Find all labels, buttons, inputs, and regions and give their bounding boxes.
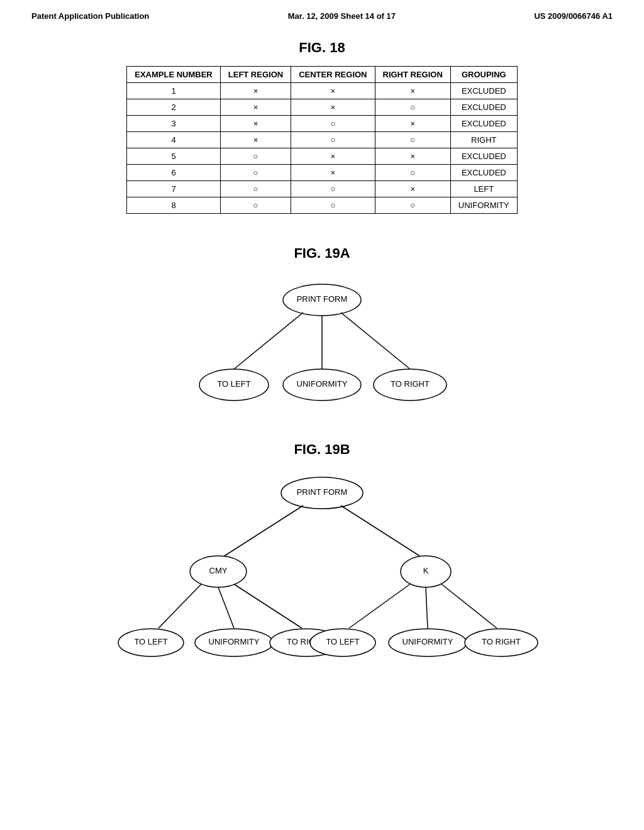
fig19b-diagram: PRINT FORM CMY K TO LEFT UNIFORMITY TO R… — [102, 468, 542, 669]
table-cell: × — [375, 83, 450, 99]
table-cell: RIGHT — [450, 132, 517, 148]
fig18-title: FIG. 18 — [38, 40, 606, 56]
node-b-k-label: K — [423, 566, 429, 575]
table-cell: × — [291, 165, 375, 181]
fig18-section: FIG. 18 EXAMPLE NUMBER LEFT REGION CENTE… — [38, 40, 606, 214]
table-cell: × — [220, 116, 291, 132]
table-row: 2××○EXCLUDED — [127, 99, 517, 116]
table-cell: × — [375, 148, 450, 165]
table-cell: × — [375, 181, 450, 197]
table-row: 7○○×LEFT — [127, 181, 517, 197]
table-row: 1×××EXCLUDED — [127, 83, 517, 99]
header-left: Patent Application Publication — [31, 11, 149, 21]
line-b-cmy-toleft — [158, 584, 201, 628]
table-cell: ○ — [220, 165, 291, 181]
node-print-form-label: PRINT FORM — [297, 294, 348, 304]
table-cell: EXCLUDED — [450, 99, 517, 116]
node-b-cmy-label: CMY — [209, 566, 228, 575]
table-cell: 8 — [127, 197, 221, 214]
page-header: Patent Application Publication Mar. 12, … — [0, 0, 644, 27]
col-right-region: RIGHT REGION — [375, 67, 450, 83]
table-row: 5○××EXCLUDED — [127, 148, 517, 165]
table-cell: 2 — [127, 99, 221, 116]
table-cell: LEFT — [450, 181, 517, 197]
node-to-left-label: TO LEFT — [217, 379, 250, 389]
fig19a-section: FIG. 19A PRINT FORM TO LEFT UNIFORMITY T… — [38, 245, 606, 410]
table-cell: × — [291, 99, 375, 116]
line-root-to-left — [234, 313, 303, 369]
table-cell: EXCLUDED — [450, 83, 517, 99]
table-cell: EXCLUDED — [450, 148, 517, 165]
fig19a-diagram: PRINT FORM TO LEFT UNIFORMITY TO RIGHT — [165, 272, 479, 410]
table-cell: × — [291, 83, 375, 99]
table-cell: 3 — [127, 116, 221, 132]
line-b-cmy-toright — [234, 584, 302, 628]
table-cell: × — [291, 148, 375, 165]
fig19b-title: FIG. 19B — [38, 441, 606, 458]
line-b-k-toright — [441, 584, 497, 628]
node-b-cmy-uniformity-label: UNIFORMITY — [209, 637, 260, 646]
table-cell: EXCLUDED — [450, 165, 517, 181]
col-center-region: CENTER REGION — [291, 67, 375, 83]
table-cell: ○ — [375, 132, 450, 148]
table-row: 4×○○RIGHT — [127, 132, 517, 148]
table-cell: 7 — [127, 181, 221, 197]
node-to-right-label: TO RIGHT — [391, 379, 430, 389]
node-uniformity-label: UNIFORMITY — [297, 379, 348, 389]
line-b-root-k — [341, 506, 419, 556]
fig18-table: EXAMPLE NUMBER LEFT REGION CENTER REGION… — [126, 66, 517, 214]
line-b-root-cmy — [225, 506, 303, 556]
col-example-number: EXAMPLE NUMBER — [127, 67, 221, 83]
line-b-k-uniformity — [426, 587, 428, 628]
table-cell: ○ — [220, 197, 291, 214]
fig19a-title: FIG. 19A — [38, 245, 606, 262]
table-cell: ○ — [291, 197, 375, 214]
node-b-print-form-label: PRINT FORM — [297, 487, 348, 497]
table-cell: UNIFORMITY — [450, 197, 517, 214]
node-b-k-toleft-label: TO LEFT — [326, 637, 359, 646]
table-cell: × — [220, 132, 291, 148]
col-grouping: GROUPING — [450, 67, 517, 83]
line-b-k-toleft — [349, 584, 410, 628]
line-b-cmy-uniformity — [218, 587, 234, 628]
table-cell: ○ — [375, 99, 450, 116]
table-cell: ○ — [291, 181, 375, 197]
node-b-k-uniformity-label: UNIFORMITY — [402, 637, 453, 646]
table-cell: ○ — [291, 116, 375, 132]
table-cell: ○ — [375, 197, 450, 214]
table-cell: ○ — [291, 132, 375, 148]
table-cell: 1 — [127, 83, 221, 99]
node-b-cmy-toleft-label: TO LEFT — [134, 637, 167, 646]
table-cell: ○ — [220, 148, 291, 165]
table-cell: 5 — [127, 148, 221, 165]
line-root-to-right — [341, 313, 410, 369]
table-row: 6○×○EXCLUDED — [127, 165, 517, 181]
table-cell: 6 — [127, 165, 221, 181]
table-row: 3×○×EXCLUDED — [127, 116, 517, 132]
table-header-row: EXAMPLE NUMBER LEFT REGION CENTER REGION… — [127, 67, 517, 83]
table-row: 8○○○UNIFORMITY — [127, 197, 517, 214]
table-cell: × — [220, 99, 291, 116]
table-cell: × — [375, 116, 450, 132]
table-cell: ○ — [375, 165, 450, 181]
header-center: Mar. 12, 2009 Sheet 14 of 17 — [288, 11, 396, 21]
header-right: US 2009/0066746 A1 — [534, 11, 613, 21]
node-b-k-toright-label: TO RIGHT — [482, 637, 521, 646]
table-cell: EXCLUDED — [450, 116, 517, 132]
fig19b-section: FIG. 19B PRINT FORM CMY K TO LEFT UNIFOR… — [38, 441, 606, 669]
table-cell: 4 — [127, 132, 221, 148]
table-cell: × — [220, 83, 291, 99]
table-cell: ○ — [220, 181, 291, 197]
col-left-region: LEFT REGION — [220, 67, 291, 83]
